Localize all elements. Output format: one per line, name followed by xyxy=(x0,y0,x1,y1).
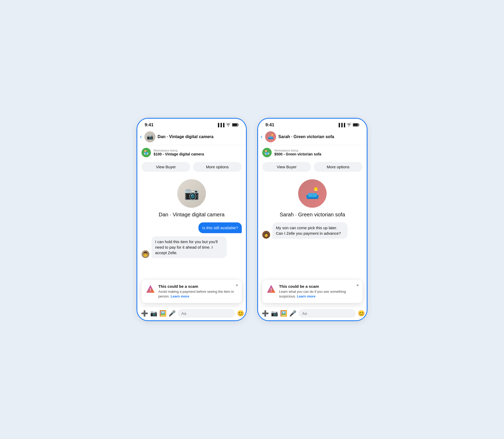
warning-text-1: Avoid making a payment before seeing the… xyxy=(158,289,238,299)
svg-rect-1 xyxy=(233,124,237,126)
message-input-1[interactable] xyxy=(178,309,235,318)
phone-1: 9:41 ▐▐▐ ‹ 📷 Dan · Vintage digital camer… xyxy=(136,118,247,321)
mic-icon-2[interactable]: 🎤 xyxy=(289,310,296,317)
bubble-sent-1: Is this still available? xyxy=(198,222,242,233)
warning-text-2: Learn what you can do if you see somethi… xyxy=(279,289,358,299)
wifi-icon-1 xyxy=(226,123,230,127)
scam-warning-container-2: ! This could be a scam Learn what you ca… xyxy=(258,280,367,306)
emoji-icon-1[interactable]: 😊 xyxy=(237,310,244,317)
scam-warning-container-1: ! This could be a scam Avoid making a pa… xyxy=(137,280,246,306)
header-title-1: Dan · Vintage digital camera xyxy=(158,134,242,139)
status-icons-2: ▐▐▐ xyxy=(337,123,359,127)
product-title-2: Sarah · Green victorian sofa xyxy=(280,212,345,218)
status-time-1: 9:41 xyxy=(145,122,154,128)
warning-title-1: This could be a scam xyxy=(158,284,238,289)
view-buyer-button-2[interactable]: View Buyer xyxy=(262,162,311,172)
battery-icon-1 xyxy=(232,123,239,127)
warning-close-2[interactable]: × xyxy=(356,283,359,288)
signal-icon-2: ▐▐▐ xyxy=(337,123,345,127)
warning-icon-2: ! xyxy=(266,284,276,294)
message-row-sent-1: Is this still available? xyxy=(141,222,242,233)
listing-desc-1: $100 - Vintage digital camera xyxy=(154,152,204,156)
listing-bar-1: 🏪 Marketplace listing $100 - Vintage dig… xyxy=(137,145,246,160)
marketplace-icon-1: 🏪 xyxy=(141,148,151,157)
back-button-1[interactable]: ‹ xyxy=(140,133,142,140)
messages-area-2: 👩 My son can come pick this up later. Ca… xyxy=(262,222,363,239)
input-bar-2: ➕ 📷 🖼️ 🎤 😊 👍 xyxy=(258,306,367,320)
message-input-2[interactable] xyxy=(298,309,356,318)
product-item-2: Green victorian sofa xyxy=(298,212,345,217)
header-title-2: Sarah · Green victorian sofa xyxy=(278,134,363,139)
bubble-received-1: I can hold this item for you but you'll … xyxy=(151,236,227,258)
view-buyer-button-1[interactable]: View Buyer xyxy=(141,162,190,172)
status-bar-1: 9:41 ▐▐▐ xyxy=(137,119,246,129)
product-image-2: 🛋️ xyxy=(298,179,327,208)
scam-warning-1: ! This could be a scam Avoid making a pa… xyxy=(141,280,242,303)
svg-text:!: ! xyxy=(150,288,151,292)
header-avatar-1: 📷 xyxy=(144,131,155,142)
battery-icon-2 xyxy=(353,123,359,127)
message-row-received-1: 👨 I can hold this item for you but you'l… xyxy=(141,236,242,258)
listing-desc-2: $500 - Green victorian sofa xyxy=(274,152,321,156)
marketplace-icon-2: 🏪 xyxy=(262,148,272,157)
product-image-1: 📷 xyxy=(177,179,206,208)
more-options-button-2[interactable]: More options xyxy=(314,162,363,172)
chat-header-2: ‹ 🛋️ Sarah · Green victorian sofa xyxy=(258,129,367,145)
wifi-icon-2 xyxy=(347,123,351,127)
emoji-icon-2[interactable]: 😊 xyxy=(358,310,365,317)
product-title-1: Dan · Vintage digital camera xyxy=(159,212,225,218)
photo-icon-2[interactable]: 🖼️ xyxy=(280,310,287,317)
warning-link-2[interactable]: Learn more xyxy=(297,294,316,298)
phone-2: 9:41 ▐▐▐ ‹ 🛋️ Sarah · Green victorian so… xyxy=(257,118,368,321)
warning-icon-1: ! xyxy=(146,284,155,294)
listing-bar-2: 🏪 Marketplace listing $500 - Green victo… xyxy=(258,145,367,160)
page-wrapper: 9:41 ▐▐▐ ‹ 📷 Dan · Vintage digital camer… xyxy=(136,118,368,321)
warning-close-1[interactable]: × xyxy=(236,283,238,288)
svg-rect-5 xyxy=(353,124,358,126)
status-time-2: 9:41 xyxy=(265,122,274,128)
bubble-received-2: My son can come pick this up later. Can … xyxy=(272,222,348,239)
action-buttons-2: View Buyer More options xyxy=(258,160,367,175)
scam-warning-2: ! This could be a scam Learn what you ca… xyxy=(262,280,363,303)
like-icon-2[interactable]: 👍 xyxy=(367,310,368,317)
product-name-2: Sarah xyxy=(280,212,293,217)
product-item-1: Vintage digital camera xyxy=(173,212,225,217)
chat-area-1: 📷 Dan · Vintage digital camera Is this s… xyxy=(137,175,246,280)
photo-icon-1[interactable]: 🖼️ xyxy=(159,310,166,317)
header-avatar-2: 🛋️ xyxy=(265,131,276,142)
warning-content-1: This could be a scam Avoid making a paym… xyxy=(158,284,238,299)
chat-area-2: 🛋️ Sarah · Green victorian sofa 👩 My son… xyxy=(258,175,367,280)
chat-header-1: ‹ 📷 Dan · Vintage digital camera xyxy=(137,129,246,145)
listing-label-1: Marketplace listing xyxy=(154,149,204,152)
action-buttons-1: View Buyer More options xyxy=(137,160,246,175)
warning-content-2: This could be a scam Learn what you can … xyxy=(279,284,358,299)
like-icon-1[interactable]: 👍 xyxy=(246,310,247,317)
input-bar-1: ➕ 📷 🖼️ 🎤 😊 👍 xyxy=(137,306,246,320)
message-row-received-2: 👩 My son can come pick this up later. Ca… xyxy=(262,222,363,239)
add-icon-1[interactable]: ➕ xyxy=(141,310,148,317)
add-icon-2[interactable]: ➕ xyxy=(262,310,269,317)
listing-label-2: Marketplace listing xyxy=(274,149,321,152)
msg-avatar-sarah: 👩 xyxy=(262,231,270,239)
msg-avatar-dan: 👨 xyxy=(141,250,149,258)
mic-icon-1[interactable]: 🎤 xyxy=(169,310,176,317)
status-bar-2: 9:41 ▐▐▐ xyxy=(258,119,367,129)
more-options-button-1[interactable]: More options xyxy=(193,162,242,172)
camera-icon-1[interactable]: 📷 xyxy=(150,310,157,317)
signal-icon-1: ▐▐▐ xyxy=(217,123,224,127)
svg-text:!: ! xyxy=(270,288,272,292)
camera-icon-2[interactable]: 📷 xyxy=(271,310,278,317)
back-button-2[interactable]: ‹ xyxy=(261,133,262,140)
warning-link-1[interactable]: Learn more xyxy=(171,294,189,298)
product-name-1: Dan xyxy=(159,212,169,217)
messages-area-1: Is this still available? 👨 I can hold th… xyxy=(141,222,242,258)
status-icons-1: ▐▐▐ xyxy=(217,123,239,127)
warning-title-2: This could be a scam xyxy=(279,284,358,289)
